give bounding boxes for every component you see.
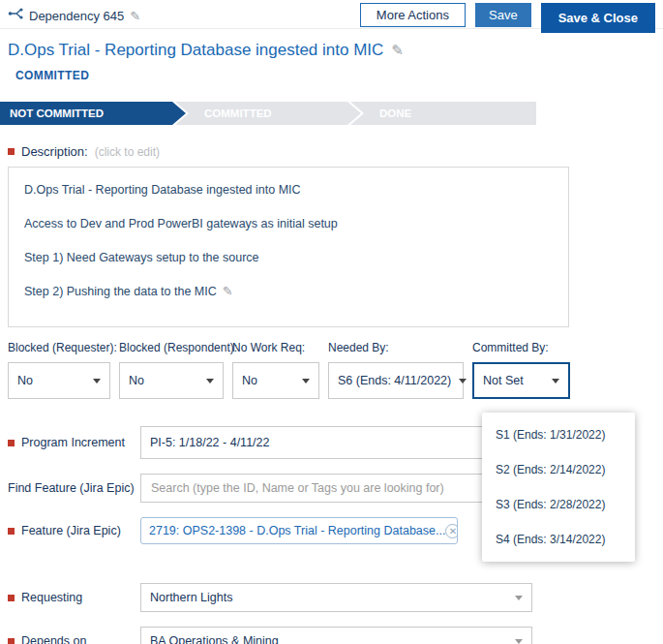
blocked-requester-label: Blocked (Requester): (8, 341, 110, 354)
chevron-down-icon (302, 379, 310, 383)
depends-on-select[interactable]: BA Operations & Mining (140, 627, 532, 644)
description-line-text: Step 2) Pushing the data to the MIC (24, 285, 217, 298)
page-title: D.Ops Trial - Reporting Database ingeste… (8, 41, 383, 60)
top-bar: Dependency 645 ✎ More Actions Save Save … (0, 0, 663, 29)
chevron-down-icon (515, 639, 523, 644)
blocked-respondent-label: Blocked (Respondent): (119, 341, 224, 354)
no-work-req-label: No Work Req: (232, 341, 319, 354)
title-row: D.Ops Trial - Reporting Database ingeste… (0, 29, 663, 60)
description-line: Step 2) Pushing the data to the MIC✎ (24, 285, 553, 298)
description-label: Description: (21, 144, 88, 159)
blocked-respondent-field: Blocked (Respondent): No (119, 341, 224, 399)
select-value: Not Set (483, 374, 524, 387)
description-editor[interactable]: D.Ops Trial - Reporting Database ingeste… (8, 167, 569, 327)
required-marker (8, 440, 15, 446)
feature-label-wrap: Feature (Jira Epic) (8, 524, 140, 537)
feature-label: Feature (Jira Epic) (21, 524, 121, 537)
select-value: BA Operations & Mining (150, 634, 279, 644)
chevron-down-icon (93, 379, 101, 383)
status-stepper: NOT COMMITTED COMMITTED DONE (0, 102, 542, 125)
more-actions-button[interactable]: More Actions (360, 3, 466, 27)
quick-fields-row: Blocked (Requester): No Blocked (Respond… (0, 327, 663, 399)
select-value: Northern Lights (150, 591, 232, 604)
edit-dependency-icon[interactable]: ✎ (130, 9, 140, 23)
blocked-requester-select[interactable]: No (8, 362, 110, 399)
status-badge: COMMITTED (0, 60, 663, 82)
chevron-down-icon (459, 379, 467, 383)
committed-by-select[interactable]: Not Set (472, 362, 570, 399)
menu-item-s2[interactable]: S2 (Ends: 2/14/2022) (482, 452, 635, 487)
required-marker (8, 638, 15, 644)
dependency-icon (8, 7, 23, 24)
no-work-req-select[interactable]: No (232, 362, 319, 399)
chevron-down-icon (552, 379, 559, 383)
description-header: Description: (click to edit) (0, 125, 663, 159)
requesting-select[interactable]: Northern Lights (140, 583, 532, 612)
required-marker (8, 528, 15, 535)
select-value: No (17, 374, 33, 387)
menu-item-s4[interactable]: S4 (Ends: 3/14/2022) (482, 522, 635, 557)
find-feature-search-input[interactable] (140, 474, 532, 503)
committed-by-label: Committed By: (472, 341, 570, 354)
feature-chip-text: 2719: OPS2-1398 - D.Ops Trial - Reportin… (149, 524, 445, 537)
save-button[interactable]: Save (475, 3, 531, 27)
committed-by-menu: S1 (Ends: 1/31/2022) S2 (Ends: 2/14/2022… (482, 413, 635, 562)
select-value: S6 (Ends: 4/11/2022) (338, 374, 451, 387)
requesting-row: Requesting Northern Lights (8, 583, 663, 612)
program-increment-label: Program Increment (21, 436, 125, 449)
toolbar: More Actions Save Save & Close (360, 3, 655, 33)
needed-by-field: Needed By: S6 (Ends: 4/11/2022) (328, 341, 464, 399)
dependency-id: Dependency 645 (29, 9, 124, 23)
requesting-label: Requesting (21, 591, 82, 604)
needed-by-label: Needed By: (328, 341, 464, 354)
committed-by-field: Committed By: Not Set S1 (Ends: 1/31/202… (472, 341, 570, 399)
requesting-label-wrap: Requesting (8, 591, 140, 604)
dependency-heading: Dependency 645 ✎ (8, 3, 140, 24)
blocked-requester-field: Blocked (Requester): No (8, 341, 110, 399)
step-done[interactable]: DONE (350, 102, 536, 125)
menu-item-s3[interactable]: S3 (Ends: 2/28/2022) (482, 487, 635, 522)
chevron-down-icon (206, 379, 214, 383)
required-marker (8, 148, 15, 155)
find-feature-label: Find Feature (Jira Epic) (8, 481, 135, 495)
depends-on-label: Depends on (21, 634, 86, 644)
save-close-button[interactable]: Save & Close (541, 3, 655, 33)
needed-by-select[interactable]: S6 (Ends: 4/11/2022) (328, 362, 464, 399)
dependency-editor: Dependency 645 ✎ More Actions Save Save … (0, 0, 663, 644)
program-increment-label-wrap: Program Increment (8, 436, 140, 449)
required-marker (8, 595, 15, 601)
feature-chip[interactable]: 2719: OPS2-1398 - D.Ops Trial - Reportin… (140, 517, 458, 544)
depends-on-label-wrap: Depends on (8, 634, 140, 644)
step-committed[interactable]: COMMITTED (175, 102, 361, 125)
description-hint: (click to edit) (95, 145, 160, 159)
description-line: D.Ops Trial - Reporting Database ingeste… (24, 183, 553, 197)
remove-feature-icon[interactable]: ✕ (445, 524, 458, 538)
edit-description-icon[interactable]: ✎ (223, 284, 233, 298)
no-work-req-field: No Work Req: No (232, 341, 319, 399)
edit-title-icon[interactable]: ✎ (391, 42, 404, 59)
select-value: No (242, 374, 257, 387)
select-value: No (129, 374, 144, 387)
select-value: PI-5: 1/18/22 - 4/11/22 (150, 436, 269, 449)
depends-on-row: Depends on BA Operations & Mining (8, 627, 663, 644)
chevron-down-icon (515, 596, 523, 600)
find-feature-label-wrap: Find Feature (Jira Epic) (8, 481, 140, 495)
step-not-committed[interactable]: NOT COMMITTED (0, 102, 186, 125)
menu-item-s1[interactable]: S1 (Ends: 1/31/2022) (482, 417, 635, 452)
program-increment-select[interactable]: PI-5: 1/18/22 - 4/11/22 (140, 426, 532, 459)
description-line: Access to Dev and Prod PowerBI gateways … (24, 217, 553, 230)
description-line: Step 1) Need Gateways setup to the sourc… (24, 251, 553, 264)
blocked-respondent-select[interactable]: No (119, 362, 224, 399)
